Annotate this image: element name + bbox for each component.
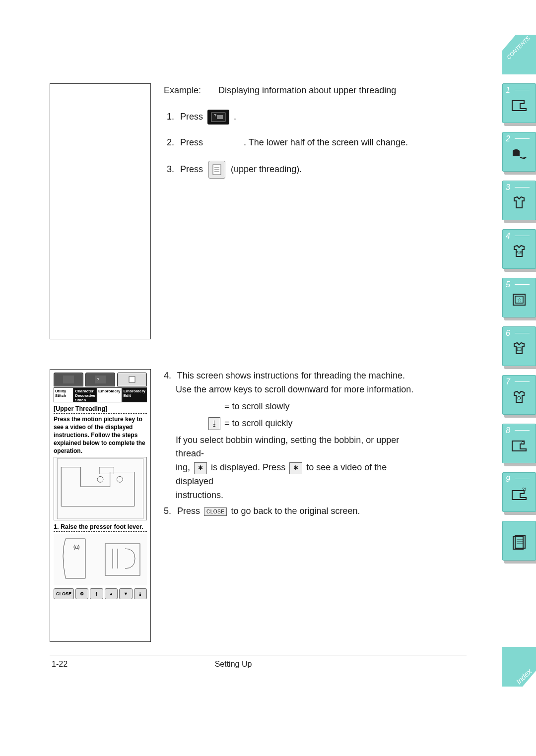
step-2-number: 2. <box>167 135 178 150</box>
scroll-fast-text: = to scroll quickly <box>224 417 293 431</box>
screen-cat-character: Character Decorative Stitch <box>73 387 97 402</box>
pages-tab[interactable] <box>502 521 536 561</box>
screen-close-button: CLOSE <box>54 588 74 599</box>
contents-tab[interactable]: CONTENTS <box>502 35 536 74</box>
screen-scroll-down-button: ▼ <box>119 588 132 599</box>
svg-text:?: ? <box>214 113 216 118</box>
index-tab[interactable]: Index <box>502 647 536 687</box>
step-1: 1. Press ? . <box>164 110 412 125</box>
screen-top-tab-2: ? <box>85 373 115 386</box>
step-2-press: Press <box>180 137 203 147</box>
step-4-para-b-mid: is displayed. Press <box>211 462 285 472</box>
chapter-6-num: 6 <box>506 329 510 338</box>
chapter-5-tab[interactable]: 5 ☆ <box>502 278 536 317</box>
step-1-press: Press <box>180 112 203 122</box>
chapter-1-tab[interactable]: 1 <box>502 83 536 123</box>
svg-point-19 <box>523 157 525 159</box>
sewing-machine-help-icon: ?! <box>509 484 529 504</box>
screen-cat-embedit: Embroidery Edit <box>122 387 147 402</box>
section-title: Setting Up <box>0 660 467 669</box>
scroll-fast-down-icon: ⭳ <box>208 417 220 430</box>
svg-text:ABC: ABC <box>516 251 523 254</box>
svg-text:?!: ?! <box>522 487 526 492</box>
svg-rect-7 <box>63 376 74 383</box>
video-icon-2: ✱ <box>289 462 302 474</box>
step-4-para-c: instructions. <box>164 489 417 503</box>
step-4-line1: This screen shows instructions for threa… <box>177 371 405 380</box>
chapter-7-tab[interactable]: 7 <box>502 375 536 415</box>
contents-label: CONTENTS <box>506 35 531 60</box>
chapter-9-tab[interactable]: 9 ?! <box>502 472 536 512</box>
svg-text:☆: ☆ <box>517 297 522 303</box>
sewing-machine-settings-icon <box>509 436 529 455</box>
step-5-number: 5. <box>164 506 175 516</box>
frame-star-icon: ☆ <box>509 290 529 310</box>
screen-cat-utility: Utility Stitch <box>54 387 73 402</box>
screen-diagram-2: (a) <box>54 534 147 585</box>
step-3: 3. Press (upper threading). <box>164 161 412 179</box>
svg-point-26 <box>518 396 521 399</box>
example-description: Displaying information about upper threa… <box>218 85 396 95</box>
chapter-8-num: 8 <box>506 426 510 435</box>
step-2: 2. Press . The lower half of the screen … <box>164 135 412 150</box>
chapter-3-num: 3 <box>506 183 510 192</box>
screen-video-button: ⚙ <box>75 588 88 599</box>
step-5-press: Press <box>177 506 200 516</box>
tshirt-design-icon <box>509 338 529 358</box>
chapter-2-num: 2 <box>506 134 510 143</box>
screen-diagram-1 <box>54 457 147 520</box>
svg-rect-10 <box>129 377 135 382</box>
screen-title: [Upper Threading] <box>54 405 147 414</box>
screen-scroll-up-button: ▲ <box>105 588 118 599</box>
chapter-9-num: 9 <box>506 475 510 484</box>
step-4-para-b-pre: ing, <box>176 462 190 472</box>
svg-text:?: ? <box>97 377 99 382</box>
screen-scroll-up-fast-button: ⭱ <box>90 588 103 599</box>
tshirt-abc-icon: ABC <box>509 241 529 261</box>
chapter-7-num: 7 <box>506 378 510 386</box>
tshirt-flower-icon <box>509 387 529 407</box>
chapter-2-tab[interactable]: 2 <box>502 132 536 172</box>
chapter-1-num: 1 <box>506 86 510 95</box>
footer-rule <box>50 655 467 655</box>
step-2-tail: . The lower half of the screen will chan… <box>244 137 408 147</box>
chapter-6-tab[interactable]: 6 <box>502 326 536 366</box>
close-button-inline: CLOSE <box>204 507 227 516</box>
tshirt-icon <box>509 192 529 212</box>
chapter-3-tab[interactable]: 3 <box>502 181 536 220</box>
step-4-number: 4. <box>164 369 175 383</box>
svg-rect-18 <box>513 151 520 156</box>
chapter-5-num: 5 <box>506 280 510 289</box>
svg-point-13 <box>117 476 123 482</box>
svg-rect-14 <box>99 467 114 474</box>
example-heading: Example: Displaying information about up… <box>164 83 412 98</box>
scroll-slow-text: = to scroll slowly <box>224 400 290 414</box>
svg-rect-2 <box>217 115 223 119</box>
machine-screen-illustration: ? Utility Stitch Character Decorative St… <box>50 369 151 642</box>
screen-top-tab-1 <box>54 373 83 386</box>
index-label: Index <box>515 667 534 686</box>
sewing-machine-icon <box>509 95 529 115</box>
help-machine-icon: ? <box>207 110 229 125</box>
screen-step-1: 1. Raise the presser foot lever. <box>54 523 147 532</box>
screen-top-tab-3 <box>117 373 147 386</box>
example-label: Example: <box>164 83 201 98</box>
video-icon: ✱ <box>194 462 207 474</box>
checklist-icon <box>208 161 225 179</box>
step-1-period: . <box>234 112 236 122</box>
step-4: 4. This screen shows instructions for th… <box>164 369 417 503</box>
svg-text:(a): (a) <box>73 544 79 550</box>
chapter-8-tab[interactable]: 8 <box>502 424 536 463</box>
screen-cat-embroidery: Embroidery <box>97 387 122 402</box>
pages-icon <box>509 533 529 553</box>
screen-scroll-down-fast-button: ⭳ <box>134 588 147 599</box>
chapter-4-tab[interactable]: 4 ABC <box>502 229 536 269</box>
step-4-line2: Use the arrow keys to scroll downward fo… <box>164 383 417 397</box>
chapter-4-num: 4 <box>506 232 510 241</box>
step-3-number: 3. <box>167 162 178 177</box>
thread-bobbin-icon <box>509 144 529 164</box>
svg-rect-11 <box>57 458 143 519</box>
svg-rect-25 <box>517 348 521 351</box>
step-4-para-a: If you select bobbin winding, setting th… <box>164 434 417 461</box>
svg-point-12 <box>97 476 103 482</box>
